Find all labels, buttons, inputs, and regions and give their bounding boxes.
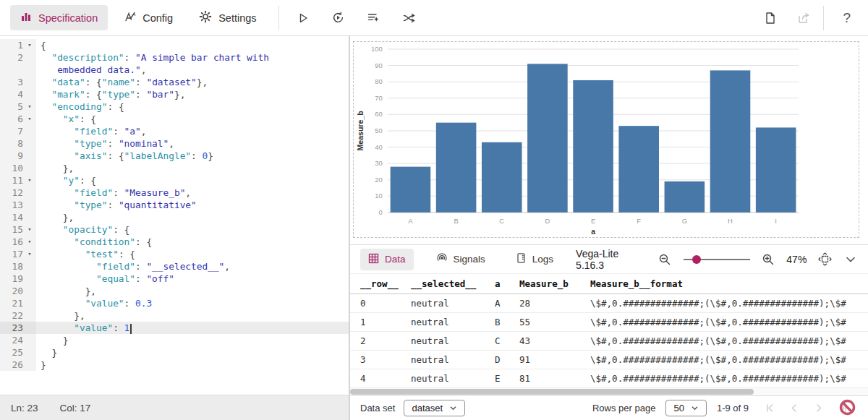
tab-signals[interactable]: Signals <box>428 248 493 270</box>
rows-per-page-select[interactable]: 50 <box>665 400 706 416</box>
editor-statusbar: Ln: 23 Col: 17 <box>0 395 349 420</box>
code-line[interactable]: 11▾ "y": { <box>0 174 349 187</box>
run-button[interactable] <box>295 10 311 26</box>
code-line[interactable]: 2 "description": "A simple bar chart wit… <box>0 51 349 64</box>
code-line[interactable]: 3 "data": {"name": "dataset"}, <box>0 76 349 88</box>
fold-arrow-icon[interactable]: ▾ <box>23 100 36 113</box>
shuffle-button[interactable] <box>401 10 417 26</box>
pager <box>765 403 848 414</box>
help-button[interactable]: ? <box>835 10 858 26</box>
code-line[interactable]: 21 "value": 0.3 <box>0 297 349 309</box>
column-header: Measure_b__format <box>590 278 868 289</box>
code-line[interactable]: 22 }, <box>0 309 349 322</box>
first-page-icon[interactable] <box>765 403 776 414</box>
table-row[interactable]: 4neutralE81\$#,0.##############;(\$#,0.#… <box>350 369 868 388</box>
line-number: 14 <box>0 211 23 223</box>
scrollbar-thumb[interactable] <box>350 389 754 395</box>
table-row[interactable]: 1neutralB55\$#,0.##############;(\$#,0.#… <box>350 313 868 332</box>
bar-G[interactable] <box>665 181 705 213</box>
code-line[interactable]: 15▾ "opacity": { <box>0 223 349 236</box>
auto-run-history-button[interactable] <box>331 10 346 26</box>
code-text: "x": { <box>36 113 96 125</box>
code-line[interactable]: 7 "field": "a", <box>0 125 349 137</box>
code-line[interactable]: 18 "field": "__selected__", <box>0 260 349 273</box>
bar-C[interactable] <box>482 142 522 213</box>
code-line[interactable]: embedded data.", <box>0 64 349 76</box>
fit-to-screen-icon[interactable] <box>817 252 832 267</box>
bar-E[interactable] <box>573 80 613 213</box>
code-line[interactable]: 14 }, <box>0 211 349 223</box>
table-row[interactable]: 0neutralA28\$#,0.##############;(\$#,0.#… <box>350 294 868 313</box>
zoom-slider[interactable] <box>684 254 750 265</box>
run-controls <box>295 10 417 26</box>
collapse-panel-chevron-icon[interactable] <box>843 252 858 267</box>
code-line[interactable]: 1▾{ <box>0 39 349 51</box>
new-document-icon[interactable] <box>762 10 778 26</box>
fold-arrow-icon[interactable]: ▾ <box>23 223 36 236</box>
dataset-select-value: dataset <box>412 403 443 413</box>
code-line[interactable]: 16▾ "condition": { <box>0 236 349 248</box>
zoom-out-icon[interactable] <box>658 252 672 267</box>
fold-arrow-icon[interactable]: ▾ <box>23 39 36 51</box>
fold-spacer <box>23 297 36 309</box>
chart-area: 0102030405060708090100ABCDEFGHIaMeasure_… <box>350 36 868 244</box>
bar-B[interactable] <box>436 123 477 213</box>
dataset-select[interactable]: dataset <box>404 400 465 416</box>
table-cell: 55 <box>519 317 590 327</box>
tab-specification[interactable]: Specification <box>10 5 108 30</box>
chart-canvas[interactable]: 0102030405060708090100ABCDEFGHIaMeasure_… <box>354 42 859 237</box>
bar-I[interactable] <box>756 127 796 212</box>
share-icon[interactable] <box>796 10 812 26</box>
code-line[interactable]: 19 "equal": "off" <box>0 273 349 285</box>
code-line[interactable]: 5▾ "encoding": { <box>0 100 349 113</box>
tab-data[interactable]: Data <box>360 249 414 270</box>
code-line[interactable]: 6▾ "x": { <box>0 113 349 125</box>
fold-arrow-icon[interactable]: ▾ <box>23 113 36 125</box>
line-number: 4 <box>0 88 23 100</box>
tab-config[interactable]: Config <box>114 5 183 31</box>
previous-page-icon[interactable] <box>788 403 800 414</box>
code-line[interactable]: 8 "type": "nominal", <box>0 137 349 150</box>
bar-F[interactable] <box>618 126 659 213</box>
zoom-slider-thumb[interactable] <box>692 255 701 264</box>
fold-arrow-icon[interactable]: ▾ <box>23 236 36 248</box>
code-line[interactable]: 4 "mark": {"type": "bar"}, <box>0 88 349 100</box>
code-line[interactable]: 12 "field": "Measure_b", <box>0 187 349 199</box>
code-line[interactable]: 9 "axis": {"labelAngle": 0} <box>0 150 349 162</box>
x-tick-label: H <box>728 217 733 225</box>
format-code-button[interactable] <box>366 10 382 26</box>
table-row[interactable]: 2neutralC43\$#,0.##############;(\$#,0.#… <box>350 332 868 351</box>
code-line[interactable]: 17▾ "test": { <box>0 248 349 260</box>
code-text: }, <box>36 309 85 322</box>
x-tick-label: I <box>775 217 777 225</box>
horizontal-scrollbar[interactable] <box>350 388 868 395</box>
code-line[interactable]: 26} <box>0 359 349 371</box>
code-line[interactable]: 25 } <box>0 346 349 359</box>
bar-A[interactable] <box>391 167 431 213</box>
line-number: 25 <box>0 346 23 359</box>
code-line[interactable]: 20 }, <box>0 285 349 297</box>
tab-settings[interactable]: Settings <box>189 4 266 31</box>
fold-spacer <box>23 51 36 64</box>
zoom-in-icon[interactable] <box>761 252 775 267</box>
table-row[interactable]: 3neutralD91\$#,0.##############;(\$#,0.#… <box>350 351 868 369</box>
fold-arrow-icon[interactable]: ▾ <box>23 248 36 260</box>
line-gutter: 17▾ <box>0 248 36 260</box>
code-text: "condition": { <box>36 236 152 248</box>
next-page-icon[interactable] <box>812 403 824 414</box>
bar-D[interactable] <box>527 64 568 213</box>
bar-H[interactable] <box>710 70 751 212</box>
code-text: }, <box>36 285 96 297</box>
code-text: }, <box>36 162 74 174</box>
tab-logs[interactable]: Logs <box>508 248 561 270</box>
code-line[interactable]: 24 } <box>0 334 349 346</box>
line-gutter: 6▾ <box>0 113 36 125</box>
fold-arrow-icon[interactable]: ▾ <box>23 174 36 187</box>
line-gutter: 23 <box>0 322 36 334</box>
code-editor[interactable]: 1▾{2 "description": "A simple bar chart … <box>0 36 349 395</box>
code-line[interactable]: 13 "type": "quantitative" <box>0 199 349 211</box>
code-line[interactable]: 23 "value": 1 <box>0 322 349 334</box>
code-line[interactable]: 10 }, <box>0 162 349 174</box>
line-gutter: 20 <box>0 285 36 297</box>
y-tick-label: 100 <box>371 45 383 53</box>
